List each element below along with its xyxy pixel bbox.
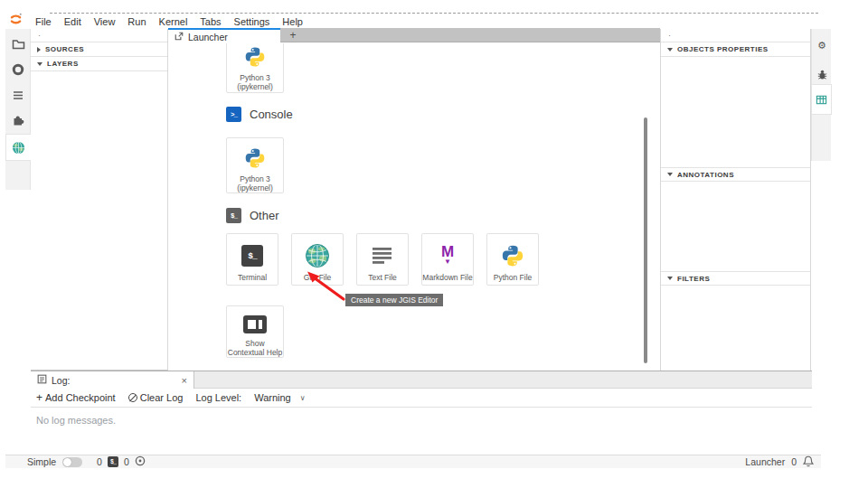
clear-log-button[interactable]: Clear Log <box>128 392 184 403</box>
launcher-tab-label: Launcher <box>188 32 228 42</box>
debugger-bug-icon[interactable] <box>812 63 832 85</box>
sources-section-header[interactable]: SOURCES <box>31 42 167 57</box>
contextual-help-icon <box>243 315 267 334</box>
menu-edit[interactable]: Edit <box>64 16 81 27</box>
log-level-value: Warning <box>254 392 291 403</box>
card-label: Python 3 (ipykernel) <box>237 73 273 91</box>
property-inspector-icon[interactable]: ⚙ <box>812 34 832 56</box>
right-panel-title-text: · <box>668 31 671 40</box>
gis-globe-icon <box>305 243 330 268</box>
layers-section-header[interactable]: LAYERS <box>31 57 167 71</box>
log-toolbar: + Add Checkpoint Clear Log Log Level: Wa… <box>31 389 812 408</box>
jupyterlab-window: File Edit View Run Kernel Tabs Settings … <box>0 0 868 488</box>
log-empty-message: No log messages. <box>31 408 812 426</box>
plus-icon: + <box>36 391 42 404</box>
caret-down-icon <box>667 277 673 280</box>
launcher-tab-icon <box>175 32 184 42</box>
filters-header[interactable]: FILTERS <box>661 271 810 286</box>
log-tab[interactable]: Log: × <box>31 371 194 389</box>
menu-tabs[interactable]: Tabs <box>200 16 221 27</box>
menu-settings[interactable]: Settings <box>234 16 270 27</box>
new-tab-button[interactable]: + <box>286 29 300 42</box>
status-bar: Simple 0 $_ 0 Launcher 0 <box>5 455 821 468</box>
simple-mode-toggle[interactable] <box>62 457 82 467</box>
text-file-icon <box>372 243 393 268</box>
caret-down-icon <box>667 48 673 52</box>
left-panel-title-text: · <box>38 31 41 40</box>
console-python3-card[interactable]: Python 3 (ipykernel) <box>226 137 284 193</box>
caret-down-icon <box>667 173 673 176</box>
log-icon <box>37 374 47 386</box>
left-dock-panel: · SOURCES LAYERS <box>31 29 168 371</box>
terminal-card[interactable]: $_ Terminal <box>226 233 278 286</box>
tab-launcher[interactable]: Launcher <box>168 28 280 43</box>
card-label: Show Contextual Help <box>228 339 282 357</box>
notebook-python3-card[interactable]: Python 3 (ipykernel) <box>226 43 284 93</box>
menu-help[interactable]: Help <box>282 16 303 27</box>
right-panel-title: · <box>661 29 810 42</box>
python-logo-icon <box>244 147 266 170</box>
right-dock-panel: · OBJECTS PROPERTIES ANNOTATIONS FILTERS <box>660 29 811 371</box>
tooltip-text: Create a new JGIS Editor <box>351 296 438 305</box>
clear-icon <box>128 393 137 402</box>
kernel-count: 0 <box>124 456 129 467</box>
menu-kernel[interactable]: Kernel <box>159 16 188 27</box>
terminal-status-icon[interactable]: $_ <box>108 456 118 467</box>
filters-label: FILTERS <box>677 275 710 283</box>
left-panel-title: · <box>31 29 167 42</box>
other-section-title: Other <box>250 209 279 222</box>
card-label: Terminal <box>238 273 267 282</box>
text-file-card[interactable]: Text File <box>356 233 409 286</box>
notification-count: 0 <box>791 456 797 467</box>
tooltip: Create a new JGIS Editor <box>345 294 443 306</box>
log-tab-bar: Log: × <box>31 371 812 389</box>
log-panel: Log: × + Add Checkpoint Clear Log Log Le… <box>31 371 812 455</box>
add-checkpoint-button[interactable]: + Add Checkpoint <box>36 391 116 404</box>
terminal-count: 0 <box>97 456 102 467</box>
chevron-down-icon: ∨ <box>300 394 306 402</box>
menu-bar: File Edit View Run Kernel Tabs Settings … <box>7 14 818 29</box>
layers-label: LAYERS <box>47 60 79 68</box>
jgis-globe-icon[interactable] <box>5 134 31 161</box>
other-section-header: $_ Other <box>226 208 279 223</box>
table-of-contents-icon[interactable] <box>5 83 31 107</box>
sources-label: SOURCES <box>45 45 84 53</box>
kernel-status-icon[interactable] <box>135 455 146 468</box>
log-tab-label: Log: <box>52 375 70 386</box>
contextual-help-card[interactable]: Show Contextual Help <box>226 305 284 358</box>
jupyter-logo-icon <box>9 13 23 30</box>
menu-run[interactable]: Run <box>127 16 146 27</box>
launcher-content: Python 3 (ipykernel) >_ Console Python 3… <box>168 43 660 371</box>
running-kernels-icon[interactable] <box>5 58 31 81</box>
simple-mode-label: Simple <box>27 456 56 467</box>
markdown-icon: M ▼ <box>441 243 454 268</box>
card-label: Python 3 (ipykernel) <box>237 174 273 192</box>
card-label: Python File <box>494 273 533 282</box>
objects-properties-label: OBJECTS PROPERTIES <box>677 45 769 53</box>
python-logo-icon <box>244 45 266 69</box>
log-level-dropdown[interactable]: Warning ∨ <box>254 392 305 403</box>
console-icon: >_ <box>226 107 241 122</box>
file-browser-icon[interactable] <box>5 33 31 56</box>
extension-manager-icon[interactable] <box>5 108 31 132</box>
annotations-header[interactable]: ANNOTATIONS <box>661 167 810 182</box>
bell-icon[interactable] <box>803 455 814 469</box>
terminal-icon: $_ <box>241 243 263 268</box>
jgis-layers-panel-icon[interactable] <box>812 84 832 115</box>
log-level-label: Log Level: <box>195 392 241 403</box>
menu-file[interactable]: File <box>35 16 52 27</box>
card-label: Text File <box>368 273 397 282</box>
vertical-scrollbar[interactable] <box>644 117 647 363</box>
card-label: Markdown File <box>422 273 472 282</box>
annotations-label: ANNOTATIONS <box>677 171 734 179</box>
markdown-file-card[interactable]: M ▼ Markdown File <box>421 233 474 286</box>
objects-properties-header[interactable]: OBJECTS PROPERTIES <box>661 42 810 57</box>
menu-view[interactable]: View <box>94 16 116 27</box>
python-file-card[interactable]: Python File <box>486 233 539 286</box>
right-sidebar-rail: ⚙ <box>811 29 831 161</box>
caret-right-icon <box>37 47 41 52</box>
close-icon[interactable]: × <box>182 375 187 386</box>
left-sidebar-rail <box>5 29 31 190</box>
python-logo-icon <box>501 243 524 268</box>
terminal-section-icon: $_ <box>226 208 241 223</box>
